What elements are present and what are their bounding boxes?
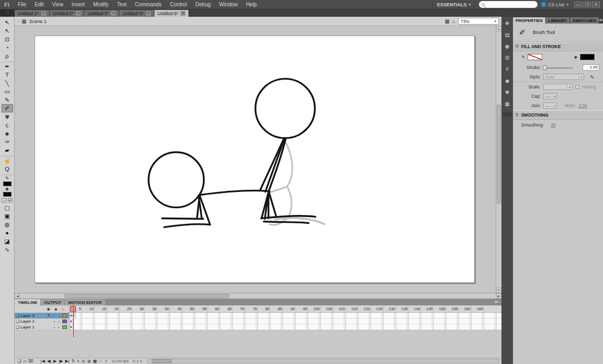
- tool-button[interactable]: ▭: [2, 87, 13, 96]
- miter-value[interactable]: 3.00: [578, 103, 587, 108]
- stroke-color-swatch[interactable]: [528, 54, 542, 60]
- properties-tab[interactable]: SWATCHES: [570, 17, 599, 24]
- properties-tab[interactable]: LIBRARY: [546, 17, 570, 24]
- layer-header-icon[interactable]: ◉: [47, 307, 50, 311]
- stage-canvas[interactable]: [35, 36, 475, 283]
- pasteboard[interactable]: [15, 26, 496, 293]
- layer-lock-dot[interactable]: •: [57, 326, 61, 329]
- window-button[interactable]: —: [574, 2, 582, 7]
- close-icon[interactable]: ✕: [41, 11, 46, 16]
- document-tab[interactable]: Untitled-1* ✕: [15, 10, 50, 17]
- document-tab[interactable]: Untitled-3* ✕: [84, 10, 119, 17]
- playhead-marker[interactable]: [70, 306, 76, 312]
- onion-skin-button[interactable]: ∷: [98, 358, 102, 364]
- menu-item[interactable]: Commands: [131, 0, 166, 9]
- tool-button[interactable]: ✑: [2, 138, 13, 146]
- dock-panel-icon[interactable]: ✾: [502, 88, 512, 96]
- smoothing-value[interactable]: 30: [551, 122, 555, 128]
- layer-visibility-dot[interactable]: •: [52, 314, 57, 317]
- fill-and-stroke-section-header[interactable]: ▽ FILL AND STROKE: [513, 42, 603, 51]
- layer-action-button[interactable]: ⌧: [28, 358, 34, 364]
- dock-panel-icon[interactable]: ❖: [502, 19, 512, 27]
- timeline-tab[interactable]: TIMELINE: [15, 299, 40, 305]
- close-icon[interactable]: ✕: [146, 11, 151, 16]
- dock-panel-icon[interactable]: ▦: [502, 100, 512, 108]
- layer-frames-track[interactable]: ●: [70, 318, 501, 324]
- layer-frames-track[interactable]: ●: [70, 324, 501, 330]
- hinting-checkbox[interactable]: [575, 85, 579, 89]
- join-dropdown[interactable]: — ▾: [543, 103, 557, 109]
- tool-button[interactable]: T: [2, 71, 13, 79]
- style-dropdown[interactable]: Solid ▾: [543, 74, 584, 80]
- tool-button[interactable]: Q: [2, 165, 13, 173]
- dock-panel-icon[interactable]: ◉: [502, 42, 512, 50]
- tool-button[interactable]: ✎: [2, 96, 13, 104]
- scale-dropdown[interactable]: ▾: [543, 84, 573, 90]
- tool-button[interactable]: ▰: [2, 146, 13, 154]
- tool-option-button[interactable]: ◍: [2, 220, 13, 229]
- stroke-value-input[interactable]: 1.00: [583, 64, 599, 71]
- playback-button[interactable]: |◀: [40, 358, 46, 364]
- cs-live-button[interactable]: CS Live ▾: [541, 2, 568, 7]
- dock-panel-icon[interactable]: ⊞: [502, 54, 512, 62]
- tool-button[interactable]: [1, 173, 14, 175]
- scroll-down-icon[interactable]: ▼: [496, 288, 501, 293]
- tool-button[interactable]: ✾: [2, 112, 13, 121]
- menu-item[interactable]: Debug: [191, 0, 215, 9]
- edit-symbols-icon[interactable]: ⌂: [452, 18, 455, 24]
- menu-item[interactable]: Control: [166, 0, 191, 9]
- onion-skin-button[interactable]: ◍: [87, 358, 92, 364]
- stroke-slider-thumb[interactable]: [543, 65, 547, 70]
- layer-name[interactable]: Layer 3: [20, 313, 47, 318]
- document-tab[interactable]: Untitled-4* ✕: [119, 10, 154, 17]
- zoom-level-select[interactable]: 73% ▾: [458, 18, 499, 25]
- keyframe-marker[interactable]: ●●: [70, 313, 76, 318]
- back-icon[interactable]: ‹: [17, 18, 19, 24]
- close-icon[interactable]: ✕: [181, 11, 185, 16]
- playback-button[interactable]: ↻: [71, 358, 76, 364]
- timeline-scrollbar[interactable]: [147, 359, 499, 363]
- layer-lock-dot[interactable]: •: [57, 320, 61, 323]
- tool-option-button[interactable]: ∿: [2, 245, 13, 254]
- playback-button[interactable]: ◀|: [47, 358, 52, 364]
- search-input[interactable]: [479, 1, 538, 8]
- window-button[interactable]: ❐: [583, 2, 591, 7]
- close-icon[interactable]: ✕: [76, 11, 81, 16]
- menu-item[interactable]: Modify: [89, 0, 113, 9]
- edit-scene-icon[interactable]: ▦: [445, 18, 450, 24]
- menu-item[interactable]: Insert: [68, 0, 89, 9]
- scroll-right-icon[interactable]: ▶: [496, 293, 501, 299]
- onion-skin-button[interactable]: ◎: [81, 358, 86, 364]
- timeline-tab[interactable]: MOTION EDITOR: [65, 299, 105, 305]
- scroll-up-icon[interactable]: ▲: [496, 26, 501, 31]
- properties-tab[interactable]: PROPERTIES: [513, 17, 546, 24]
- menu-item[interactable]: View: [48, 0, 68, 9]
- window-button[interactable]: ✕: [592, 2, 600, 7]
- playback-button[interactable]: ▶|: [64, 358, 70, 364]
- menu-item[interactable]: File: [14, 0, 30, 9]
- menu-item[interactable]: Text: [113, 0, 130, 9]
- document-tab[interactable]: Untitled-2* ✕: [50, 10, 85, 17]
- playback-button[interactable]: ▶: [53, 358, 57, 364]
- layer-frames-track[interactable]: ●●: [70, 313, 501, 318]
- edit-stroke-style-icon[interactable]: ✎: [590, 74, 594, 80]
- playback-button[interactable]: |▶: [58, 358, 63, 364]
- frame-ruler[interactable]: 5101520253035404550556065707580859095100…: [70, 305, 501, 313]
- smoothing-section-header[interactable]: ▽ SMOOTHING: [513, 110, 603, 120]
- vertical-scrollbar[interactable]: ▲ ▼: [496, 26, 501, 293]
- layer-action-button[interactable]: ❏: [17, 358, 21, 364]
- layer-outline-color[interactable]: [62, 320, 67, 323]
- layer-header-icon[interactable]: □: [62, 308, 64, 311]
- timeline-layer-row[interactable]: ❏ Layer 2 ✎ • • ●: [15, 318, 501, 324]
- workspace-switcher[interactable]: ESSENTIALS ▾: [432, 1, 475, 8]
- menu-item[interactable]: Help: [242, 0, 261, 9]
- tool-button[interactable]: ☝: [2, 156, 13, 165]
- tool-button[interactable]: ◔: [2, 43, 13, 52]
- tool-button[interactable]: ς: [2, 121, 13, 129]
- timeline-tab[interactable]: OUTPUT: [41, 299, 64, 305]
- stroke-color-swatch[interactable]: [3, 181, 12, 186]
- document-tab[interactable]: Untitled-5* ✕: [154, 10, 189, 17]
- black-white-button[interactable]: ▪: [2, 198, 6, 202]
- onion-skin-button[interactable]: ⌖: [76, 358, 80, 364]
- onion-skin-button[interactable]: ▩: [93, 358, 98, 364]
